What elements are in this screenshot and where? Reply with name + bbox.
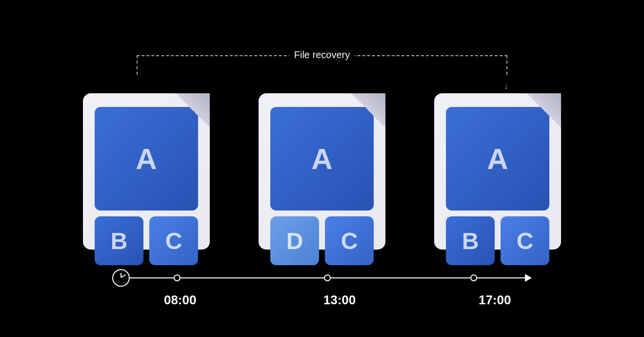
doc3-tile-c: C [501, 216, 549, 265]
clock-minute-hand [121, 274, 126, 278]
time-label-3: 17:00 [479, 293, 511, 308]
timeline-dot-3 [470, 274, 477, 281]
doc3-grid: A B C [434, 93, 561, 250]
recovery-title: File recovery [289, 49, 355, 61]
timeline-arrow-icon [525, 274, 532, 282]
doc2-tile-a: A [270, 107, 374, 211]
documents-row: A B C A D C A B C [83, 93, 561, 250]
timeline-line [112, 269, 532, 287]
doc1-tile-a: A [95, 107, 198, 211]
document-2: A D C [259, 93, 385, 250]
clock-icon [112, 269, 130, 287]
arrow-down-icon: ↓ [504, 82, 508, 90]
time-label-2: 13:00 [323, 293, 356, 308]
doc1-grid: A B C [83, 93, 210, 250]
timeline-area: 08:00 13:00 17:00 [112, 269, 532, 293]
doc3-tile-b: B [446, 216, 495, 265]
document-3: A B C [434, 93, 561, 250]
timeline-dot-2 [324, 274, 331, 281]
recovery-label-area: ↓ File recovery [112, 44, 532, 88]
doc1-tile-b: B [95, 216, 143, 265]
doc1-tile-c: C [149, 216, 198, 265]
doc2-tile-c: C [325, 216, 374, 265]
timeline-dot-1 [174, 274, 181, 281]
doc2-grid: A D C [259, 93, 385, 250]
timeline-track [130, 277, 525, 279]
document-1: A B C [83, 93, 210, 250]
doc2-tile-d: D [270, 216, 319, 265]
time-label-1: 08:00 [164, 293, 197, 308]
main-container: ↓ File recovery A B C A D C A B C [0, 44, 644, 293]
doc3-tile-a: A [446, 107, 549, 211]
